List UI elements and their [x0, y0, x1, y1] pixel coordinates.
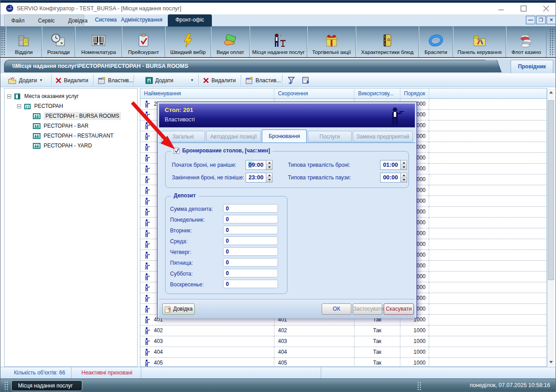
tab-explorer[interactable]: Провідник	[511, 60, 553, 73]
col-uses[interactable]: Використову...	[354, 89, 400, 99]
scroll-down-icon[interactable]	[548, 359, 554, 365]
delete-x-icon	[55, 77, 62, 84]
col-name[interactable]: Найменування	[140, 89, 274, 99]
deposit-input[interactable]	[223, 269, 278, 277]
apply-button[interactable]: Застосувати	[353, 303, 382, 315]
table-row[interactable]: “402 402 Так 1000	[140, 325, 547, 336]
tree-properties-button[interactable]: Властив...	[96, 75, 135, 85]
payment-types-icon	[223, 32, 238, 49]
spinner-arrows-icon[interactable]	[401, 160, 407, 170]
toolbar-promotions[interactable]: Торгівельні акції	[307, 27, 356, 57]
toolbar-payment-types[interactable]: Види оплат	[211, 27, 250, 57]
deposit-input[interactable]	[223, 204, 278, 213]
tree-item-restaurant-hall[interactable]: РЕСТОРАН - RESTAURANT	[32, 131, 113, 141]
tab-autoadded[interactable]: Автододані позиції	[206, 131, 261, 142]
cancel-button[interactable]: Скасувати	[384, 303, 414, 315]
deposit-input[interactable]	[223, 247, 278, 256]
toolbar-departments[interactable]: Відділи	[6, 27, 42, 57]
tree-add-button[interactable]: Додати ▼	[6, 75, 45, 85]
taskbar-grip[interactable]	[4, 381, 9, 391]
tab-services[interactable]: Послуги	[308, 131, 352, 142]
booking-pause-spinner[interactable]: 00:00	[380, 173, 407, 183]
scroll-up-icon[interactable]	[548, 89, 554, 96]
toolbar-service-places[interactable]: “ Місця надання послуг	[250, 27, 307, 57]
menu-system[interactable]: Система	[95, 17, 117, 23]
booking-checkbox[interactable]	[174, 148, 179, 154]
mdi-close-icon[interactable]: ✕	[547, 16, 556, 24]
toolbar-nomenclature[interactable]: Номенклатура	[75, 27, 122, 57]
filter-button[interactable]	[286, 75, 297, 85]
svg-text:“: “	[280, 34, 282, 38]
collapse-icon[interactable]	[17, 104, 21, 108]
col-abbr[interactable]: Скорочення	[274, 89, 354, 99]
dialog-header[interactable]: Стол: 201 Властивості “	[159, 103, 415, 128]
taskbar-window-button[interactable]: Місця надання послуг	[11, 380, 82, 391]
table-add-button[interactable]: Додати	[143, 75, 175, 85]
deposit-input[interactable]	[223, 280, 278, 288]
tree-item-bar[interactable]: РЕСТОРАН - BAR	[32, 121, 89, 131]
minimize-window-icon[interactable]	[494, 4, 508, 13]
tree-item-root[interactable]: Места оказания услуг	[7, 91, 79, 101]
pricelist-icon	[137, 32, 150, 49]
deposit-field-row: Среда:	[166, 236, 287, 247]
col-order[interactable]: Порядок	[400, 89, 429, 99]
scrollbar-thumb[interactable]	[548, 100, 554, 280]
toolbar-bracelets[interactable]: Браслети	[419, 27, 453, 57]
tab-general[interactable]: Загальні	[161, 131, 205, 142]
window-title: SERVIO Конфігуратор - TEST_BURSA - [Місц…	[17, 5, 181, 12]
mdi-restore-icon[interactable]: ❐	[536, 16, 546, 24]
tray-grip[interactable]	[417, 382, 421, 391]
layout-button[interactable]	[300, 75, 312, 85]
toolbar-pricelist[interactable]: Прейскурант	[122, 27, 165, 57]
toolbar-grip-left[interactable]	[1, 28, 5, 56]
mdi-minimize-icon[interactable]: —	[526, 16, 535, 24]
table-row[interactable]: “405 405 Так 1000	[140, 358, 547, 367]
spinner-arrows-icon[interactable]	[266, 173, 273, 183]
close-window-icon[interactable]	[539, 4, 553, 13]
table-row[interactable]: “403 403 Так 1000	[140, 336, 547, 347]
waiter-icon: “	[143, 251, 151, 259]
spinner-arrows-icon[interactable]	[401, 173, 407, 183]
deposit-field-row: Пятница:	[166, 258, 287, 268]
deposit-input[interactable]	[223, 258, 278, 267]
toolbar-dish-properties[interactable]: Характеристики блюд	[356, 27, 419, 57]
table-add-dropdown[interactable]: ▼	[188, 75, 196, 85]
table-row[interactable]: “404 404 Так 1000	[140, 347, 547, 358]
waiter-icon: “	[143, 133, 151, 140]
maximize-window-icon[interactable]	[517, 4, 530, 13]
deposit-input[interactable]	[223, 226, 278, 234]
toolbar-grip-right[interactable]	[549, 28, 555, 56]
table-scrollbar[interactable]	[547, 89, 554, 366]
booking-duration-spinner[interactable]: 01:00	[380, 160, 407, 170]
toolbar-schedules[interactable]: Розклади	[42, 27, 75, 57]
tab-enterprise-change[interactable]: Замена предприятий	[353, 131, 413, 142]
tree-item-yard[interactable]: РЕСТОРАН - YARD	[32, 141, 92, 151]
toolbar-casino-fleet[interactable]: Флот казино	[506, 27, 547, 57]
toolbar-quick-select[interactable]: Швидкий вибір	[165, 27, 211, 57]
deposit-input[interactable]	[223, 236, 278, 245]
menu-help[interactable]: Довідка	[62, 15, 94, 26]
table-delete-button[interactable]: Видалити	[201, 75, 238, 85]
table-properties-button[interactable]: Властив...	[243, 75, 282, 85]
spinner-arrows-icon[interactable]	[266, 160, 273, 170]
ok-button[interactable]: ОК	[322, 303, 351, 315]
toolbar-control-panel[interactable]: Панель керування	[453, 27, 506, 57]
add-dropdown-icon[interactable]: ▼	[39, 78, 43, 82]
booking-end-spinner[interactable]: 23:00	[246, 173, 273, 183]
help-button[interactable]: ? Довідка	[162, 303, 195, 315]
tab-booking[interactable]: Бронювання	[262, 129, 307, 143]
menu-front-office-tab[interactable]: Фронт-офіс	[168, 14, 212, 27]
deposit-field-row: Четверг:	[166, 247, 287, 258]
booking-start-spinner[interactable]: 09:00	[246, 160, 273, 170]
menu-file[interactable]: Файл	[4, 15, 31, 26]
tree-item-restaurant[interactable]: РЕСТОРАН	[17, 101, 63, 111]
deposit-input[interactable]	[223, 215, 278, 223]
menu-service[interactable]: Сервіс	[31, 15, 62, 26]
filter-funnel-icon	[287, 76, 296, 85]
tree-item-bursa-rooms[interactable]: РЕСТОРАН - BURSA ROOMS	[32, 111, 121, 121]
menu-administration[interactable]: Адміністрування	[121, 17, 162, 23]
tree-delete-button[interactable]: Видалити	[54, 75, 90, 85]
waiter-icon: “	[143, 165, 151, 173]
main-toolbar: Відділи Розклади Номенклатура Прейскуран…	[0, 27, 556, 58]
collapse-icon[interactable]	[7, 94, 11, 98]
